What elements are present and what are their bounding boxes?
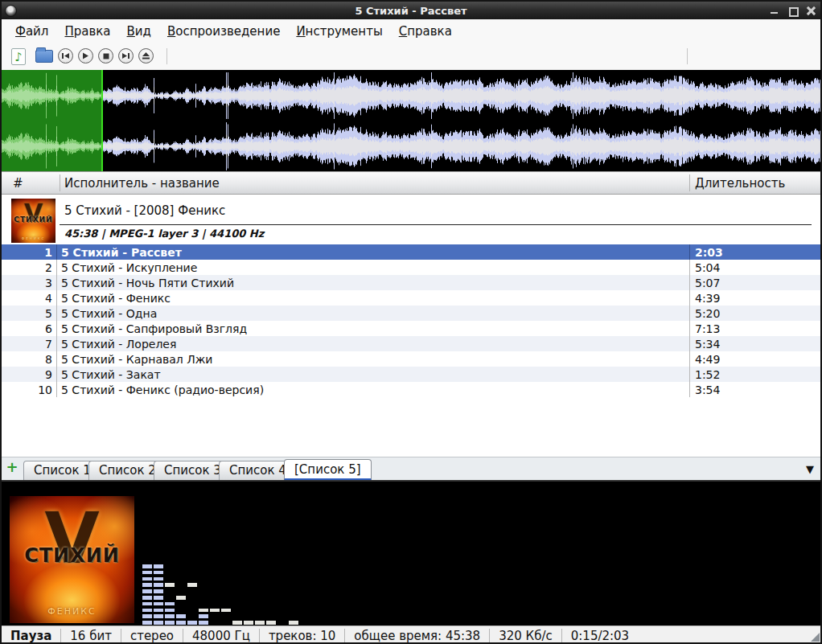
track-row[interactable]: 55 Стихий - Одна5:20 [2,306,820,321]
spectrum-segment [154,621,163,625]
add-folder-icon[interactable] [35,50,53,63]
window-title: 5 Стихий - Рассвет [2,5,820,17]
track-list: 15 Стихий - Рассвет2:03 25 Стихий - Иску… [2,244,820,397]
add-playlist-button[interactable]: + [6,461,18,475]
column-duration[interactable]: Длительность [695,176,785,191]
spectrum-segment [266,621,276,625]
spectrum-segment [142,621,152,625]
status-position-time: 0:15/2:03 [561,629,638,643]
track-row[interactable]: 105 Стихий - Феникс (радио-версия)3:54 [2,382,820,397]
spectrum-segment [187,621,197,625]
previous-button[interactable] [58,48,73,64]
status-samplerate: 48000 Гц [183,629,259,643]
menu-view[interactable]: Вид [120,21,158,42]
spectrum-segment [142,564,152,568]
spectrum-segment [255,621,265,625]
spectrum-segment [154,614,163,618]
spectrum-segment [176,596,186,600]
track-row[interactable]: 35 Стихий - Ночь Пяти Стихий5:07 [2,275,820,290]
group-underline [60,224,812,225]
spectrum-segment [199,621,208,625]
spectrum-segment [142,609,152,613]
spectrum-segment [199,614,208,618]
toolbar-separator [166,48,167,64]
spectrum-segment [154,583,163,587]
spectrum-segment [142,602,152,606]
column-artist-title[interactable]: Исполнитель - название [64,176,220,191]
status-playback-state: Пауза [2,629,60,643]
playlist-empty-area[interactable] [2,397,820,457]
spectrum-segment [199,609,208,613]
playlist-tab-bar: + Список 1 Список 2 Список 3 Список 4 [С… [2,457,820,480]
group-format-info: 45:38 | MPEG-1 layer 3 | 44100 Hz [64,228,264,240]
spectrum-segment [142,614,152,618]
column-separator[interactable] [60,174,60,191]
menu-help[interactable]: Справка [392,21,459,42]
title-bar[interactable]: 5 Стихий - Рассвет [2,2,820,19]
spectrum-segment [154,589,163,593]
menu-playback[interactable]: Воспроизведение [160,21,287,42]
toolbar-separator-2 [687,48,688,64]
menu-tools[interactable]: Инструменты [289,21,389,42]
spectrum-segment [154,609,163,613]
waveform-seekbar[interactable] [2,70,822,171]
next-button[interactable] [118,48,134,64]
spectrum-segment [176,621,186,625]
status-track-count: треков: 10 [259,629,344,643]
track-row[interactable]: 25 Стихий - Искупление5:04 [2,260,820,275]
album-art-thumbnail: V СТИХИЙ ФЕНИКС [11,199,55,243]
status-bit-depth: 16 бит [60,629,121,643]
track-row[interactable]: 75 Стихий - Лорелея5:34 [2,336,820,351]
track-row[interactable]: 15 Стихий - Рассвет2:03 [2,244,820,260]
spectrum-segment [165,602,175,606]
maximize-icon[interactable] [788,6,797,15]
visualization-pane: V СТИХИЙ ФЕНИКС [2,480,820,626]
track-row[interactable]: 85 Стихий - Карнавал Лжи4:49 [2,351,820,367]
spectrum-segment [165,609,175,613]
waveform-canvas[interactable] [2,70,822,171]
spectrum-segment [142,589,152,593]
spectrum-segment [142,583,152,587]
status-total-time: общее время: 45:38 [344,629,489,643]
spectrum-segment [176,614,186,618]
spectrum-segment [142,577,152,581]
track-row[interactable]: 45 Стихий - Феникс4:39 [2,290,820,306]
spectrum-segment [244,621,253,625]
status-bitrate: 320 Кб/с [489,629,561,643]
spectrum-segment [187,583,197,587]
spectrum-segment [210,609,220,613]
spectrum-segment [232,621,242,625]
tab-overflow-icon[interactable]: ▼ [806,463,814,475]
close-icon[interactable] [807,6,816,15]
track-row[interactable]: 65 Стихий - Сапфировый Взгляд7:13 [2,321,820,336]
play-button[interactable] [78,48,93,64]
status-channels: стерео [121,629,183,643]
tab-playlist-5[interactable]: [Список 5] [284,459,372,481]
eject-button[interactable] [138,48,154,64]
album-group-header[interactable]: V СТИХИЙ ФЕНИКС 5 Стихий - [2008] Феникс… [2,195,820,244]
spectrum-segment [289,621,298,625]
spectrum-analyzer [142,564,464,627]
player-window: 5 Стихий - Рассвет Файл Правка Вид Воспр… [0,0,822,644]
spectrum-segment [142,571,152,575]
spectrum-segment [154,564,163,568]
column-number[interactable]: # [13,176,23,191]
spectrum-segment [221,609,231,613]
track-row[interactable]: 95 Стихий - Закат1:52 [2,367,820,382]
status-bar: Пауза 16 бит стерео 48000 Гц треков: 10 … [2,626,820,644]
menu-edit[interactable]: Правка [57,21,117,42]
spectrum-segment [165,583,175,587]
toolbar: ♪ [2,43,820,70]
add-files-icon[interactable]: ♪ [11,48,26,65]
group-title: 5 Стихий - [2008] Феникс [64,203,225,218]
playlist-column-header: # Исполнитель - название Длительность [2,171,820,195]
spectrum-segment [154,602,163,606]
spectrum-segment [154,596,163,600]
menu-bar: Файл Правка Вид Воспроизведение Инструме… [2,19,820,43]
menu-file[interactable]: Файл [8,21,55,42]
minimize-icon[interactable] [770,6,779,15]
stop-button[interactable] [98,48,113,64]
spectrum-segment [142,596,152,600]
column-separator[interactable] [689,174,690,191]
resize-grip[interactable] [811,633,820,642]
